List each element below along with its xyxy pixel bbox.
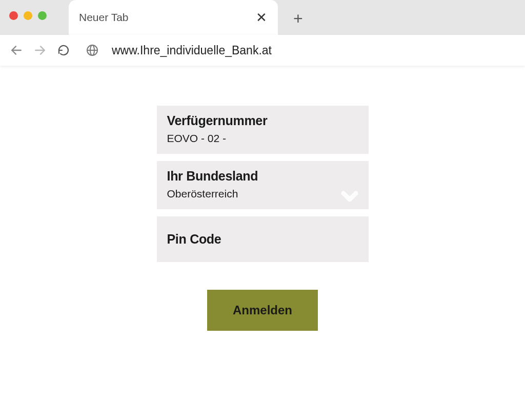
close-tab-icon[interactable]: ✕ xyxy=(255,10,268,26)
browser-tab-bar: Neuer Tab ✕ + xyxy=(0,0,525,35)
maximize-window-button[interactable] xyxy=(38,11,47,20)
login-form: Verfügernummer EOVO - 02 - Ihr Bundeslan… xyxy=(0,66,525,331)
verfuegernummer-value: EOVO - 02 - xyxy=(167,132,358,145)
pin-code-field[interactable]: Pin Code xyxy=(157,216,369,262)
chevron-down-icon xyxy=(339,185,360,209)
security-globe-icon xyxy=(85,43,99,57)
tab-title: Neuer Tab xyxy=(79,11,255,24)
back-button[interactable] xyxy=(9,43,24,57)
new-tab-button[interactable]: + xyxy=(293,9,303,28)
browser-nav-bar: www.Ihre_individuelle_Bank.at xyxy=(0,35,525,66)
reload-button[interactable] xyxy=(56,43,71,57)
close-window-button[interactable] xyxy=(9,11,18,20)
address-bar[interactable]: www.Ihre_individuelle_Bank.at xyxy=(112,44,272,57)
browser-tab[interactable]: Neuer Tab ✕ xyxy=(69,0,278,35)
login-button[interactable]: Anmelden xyxy=(207,290,318,331)
bundesland-select[interactable]: Ihr Bundesland Oberösterreich xyxy=(157,161,369,209)
verfuegernummer-label: Verfügernummer xyxy=(167,113,358,128)
verfuegernummer-field[interactable]: Verfügernummer EOVO - 02 - xyxy=(157,106,369,154)
bundesland-value: Oberösterreich xyxy=(167,188,358,200)
minimize-window-button[interactable] xyxy=(24,11,32,20)
pin-code-label: Pin Code xyxy=(167,232,358,247)
window-controls xyxy=(9,11,47,20)
bundesland-label: Ihr Bundesland xyxy=(167,169,358,184)
forward-button[interactable] xyxy=(33,43,47,57)
